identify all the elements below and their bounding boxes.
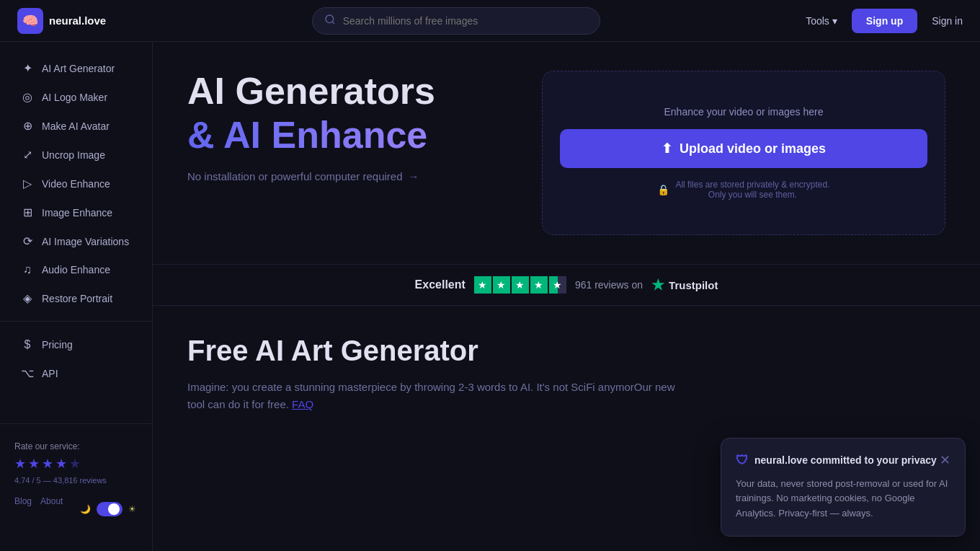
lock-icon: 🔒 [657,184,669,195]
star-2: ★ [28,456,40,472]
popup-header: 🛡 neural.love committed to your privacy … [736,453,950,468]
star-3: ★ [42,456,53,472]
rating-stars: ★ ★ ★ ★ ★ [14,456,138,472]
logo-text: neural.love [49,14,106,27]
sidebar-item-ai-art-generator[interactable]: ✦ AI Art Generator [6,54,146,82]
hero-text: AI Generators & AI Enhance No installati… [187,71,513,182]
rate-service: Rate our service: ★ ★ ★ ★ ★ 4.74 / 5 — 4… [6,436,146,490]
sidebar-item-label: AI Logo Maker [42,92,107,103]
tp-star-3: ★ [512,276,529,294]
search-bar [312,7,600,35]
sidebar-item-api[interactable]: ⌥ API [6,359,146,387]
shield-icon: 🛡 [736,453,749,468]
tp-star-2: ★ [493,276,510,294]
sidebar-item-video-enhance[interactable]: ▷ Video Enhance [6,169,146,198]
sidebar-item-label: Make AI Avatar [42,120,110,132]
upload-button[interactable]: ⬆ Upload video or images [560,129,927,168]
signin-button[interactable]: Sign in [932,15,963,27]
sidebar-item-label: AI Image Variations [42,236,129,247]
sidebar: ✦ AI Art Generator ◎ AI Logo Maker ⊕ Mak… [0,42,153,551]
theme-toggle[interactable]: 🌙 ☀ [71,496,145,522]
sidebar-item-make-ai-avatar[interactable]: ⊕ Make AI Avatar [6,112,146,140]
sidebar-item-label: Uncrop Image [42,149,105,161]
art-section-desc: Imagine: you create a stunning masterpie… [187,379,692,413]
popup-close-button[interactable]: ✕ [940,454,950,467]
art-section-title: Free AI Art Generator [187,335,945,367]
sidebar-nav: ✦ AI Art Generator ◎ AI Logo Maker ⊕ Mak… [0,53,152,388]
grid-icon: ⊞ [20,206,35,219]
circle-icon: ◎ [20,90,35,104]
chevron-down-icon: ▾ [832,15,837,27]
trustpilot-bar: Excellent ★ ★ ★ ★ ★ 961 reviews on ★ Tru… [153,264,980,306]
svg-point-0 [326,15,334,23]
hero-section: AI Generators & AI Enhance No installati… [187,71,945,235]
toggle-thumb [108,503,120,515]
trustpilot-stars: ★ ★ ★ ★ ★ [474,276,566,294]
upload-icon: ⬆ [662,141,672,157]
logo[interactable]: 🧠 neural.love [17,8,106,34]
tp-star-5: ★ [549,276,566,294]
sidebar-item-label: Restore Portrait [42,293,112,304]
sidebar-item-label: Audio Enhance [42,264,110,276]
top-navigation: 🧠 neural.love Tools ▾ Sign up Sign in [0,0,980,42]
sidebar-item-image-enhance[interactable]: ⊞ Image Enhance [6,198,146,226]
restore-icon: ◈ [20,291,35,305]
variations-icon: ⟳ [20,234,35,248]
rating-text: 4.74 / 5 — 43,816 reviews [14,476,138,485]
sidebar-item-label: Pricing [42,339,73,351]
person-icon: ⊕ [20,119,35,133]
privacy-note: 🔒 All files are stored privately & encry… [657,180,829,200]
hero-title-line2: & AI Enhance [187,115,513,156]
upload-card-header: Enhance your video or images here [664,106,823,118]
tp-star-1: ★ [474,276,491,294]
hero-title-line1: AI Generators [187,71,513,112]
star-5: ★ [69,456,81,472]
about-link[interactable]: About [40,496,63,522]
play-icon: ▷ [20,177,35,190]
moon-icon: 🌙 [80,504,91,514]
sidebar-item-pricing[interactable]: $ Pricing [6,331,146,358]
sidebar-links: Blog About 🌙 ☀ [6,490,146,528]
sidebar-item-label: API [42,368,58,379]
search-icon [324,14,336,28]
logo-icon: 🧠 [17,8,43,34]
blog-link[interactable]: Blog [14,496,32,522]
privacy-popup: 🛡 neural.love committed to your privacy … [721,438,966,537]
sidebar-item-audio-enhance[interactable]: ♫ Audio Enhance [6,256,146,283]
sidebar-item-ai-image-variations[interactable]: ⟳ AI Image Variations [6,227,146,255]
popup-body: Your data, never stored post-removal or … [736,477,950,521]
tp-star-4: ★ [530,276,548,294]
music-icon: ♫ [20,263,35,276]
sidebar-item-label: Video Enhance [42,178,110,190]
sidebar-item-uncrop-image[interactable]: ⤢ Uncrop Image [6,141,146,169]
star-1: ★ [14,456,26,472]
art-section: Free AI Art Generator Imagine: you creat… [187,335,945,413]
tools-button[interactable]: Tools ▾ [806,15,837,27]
trustpilot-star-icon: ★ [651,276,664,294]
toggle-track[interactable] [97,502,122,516]
sidebar-bottom: Rate our service: ★ ★ ★ ★ ★ 4.74 / 5 — 4… [0,423,152,539]
search-input[interactable] [343,15,588,27]
hero-subtitle: No installation or powerful computer req… [187,170,513,182]
popup-title: 🛡 neural.love committed to your privacy [736,453,937,468]
excellent-label: Excellent [415,278,466,291]
sidebar-item-ai-logo-maker[interactable]: ◎ AI Logo Maker [6,83,146,111]
upload-card: Enhance your video or images here ⬆ Uplo… [542,71,945,235]
privacy-text: All files are stored privately & encrypt… [675,180,829,200]
sidebar-item-label: Image Enhance [42,207,112,219]
sidebar-item-restore-portrait[interactable]: ◈ Restore Portrait [6,284,146,312]
expand-icon: ⤢ [20,148,35,162]
api-icon: ⌥ [20,366,35,380]
faq-link[interactable]: FAQ [292,398,313,410]
arrow-icon: → [408,170,419,182]
sidebar-item-label: AI Art Generator [42,63,115,74]
trustpilot-logo: ★ Trustpilot [651,276,718,294]
nav-right: Tools ▾ Sign up Sign in [806,9,963,33]
signup-button[interactable]: Sign up [852,9,917,33]
sun-icon: ☀ [128,504,136,514]
star-4: ★ [55,456,67,472]
dollar-icon: $ [20,338,35,351]
sparkle-icon: ✦ [20,61,35,75]
tp-reviews-text: 961 reviews on [575,279,643,291]
